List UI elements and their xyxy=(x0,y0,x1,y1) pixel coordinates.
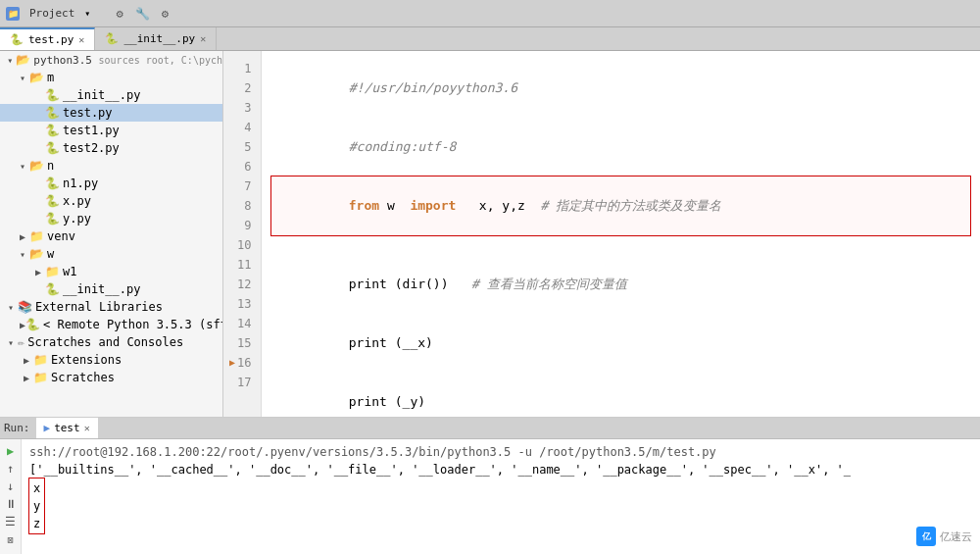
root-folder-icon: 📂 xyxy=(16,53,30,67)
config-icon[interactable]: ⚙ xyxy=(162,7,169,21)
tools-icon[interactable]: 🔧 xyxy=(135,7,150,21)
folder-ext-icon: 📁 xyxy=(33,353,48,367)
arrow-init-m xyxy=(31,90,45,101)
py-file-icon-n1: 🐍 xyxy=(45,176,60,190)
arrow-ext: ▾ xyxy=(4,302,18,313)
tab-init-py[interactable]: 🐍 __init__.py ✕ xyxy=(95,27,217,50)
main-content: ▾ 📂 python3.5 sources root, C:\pych ▾ 📂 … xyxy=(0,51,980,417)
remote-python-label: < Remote Python 3.5.3 (sftp:// xyxy=(43,318,223,331)
run-pause-button[interactable]: ⏸ xyxy=(3,496,19,512)
file-test2-label: test2.py xyxy=(63,141,120,155)
tree-remote-python[interactable]: ▶ 🐍 < Remote Python 3.5.3 (sftp:// xyxy=(0,316,222,333)
run-tab-label: test xyxy=(54,422,80,434)
folder-venv-icon: 📁 xyxy=(29,229,44,243)
file-init-m-label: __init__.py xyxy=(63,88,140,102)
folder-w1-label: w1 xyxy=(63,265,76,278)
run-down-button[interactable]: ↓ xyxy=(3,478,19,494)
tab-close-init-py[interactable]: ✕ xyxy=(200,33,206,44)
arrow-y xyxy=(31,214,45,225)
scratches-consoles-label: Scratches and Consoles xyxy=(27,335,183,349)
code-line-2: #conding:utf-8 xyxy=(271,118,970,176)
tree-scratches[interactable]: ▶ 📁 Scratches xyxy=(0,369,222,386)
file-y-label: y.py xyxy=(63,212,91,226)
folder-m-label: m xyxy=(47,71,54,84)
tree-test-py[interactable]: 🐍 test.py xyxy=(0,104,222,122)
run-output-y: y xyxy=(33,497,40,515)
py-icon-2: 🐍 xyxy=(105,32,119,45)
tree-folder-n[interactable]: ▾ 📂 n xyxy=(0,157,222,175)
folder-n-icon: 📂 xyxy=(29,159,44,173)
scratch-icon: ✏ xyxy=(18,335,24,349)
scratches-label: Scratches xyxy=(51,371,115,384)
chevron-down-icon[interactable]: ▾ xyxy=(84,8,90,19)
line-numbers: 1 2 3 4 5 6 7 8 9 10 11 12 13 14 15 ▶16 … xyxy=(223,51,262,417)
run-play-button[interactable]: ▶ xyxy=(3,443,19,459)
settings-icon[interactable]: ⚙ xyxy=(116,7,122,21)
tree-extensions[interactable]: ▶ 📁 Extensions xyxy=(0,351,222,369)
project-icon: 📁 xyxy=(6,7,20,21)
folder-w-icon: 📂 xyxy=(29,247,44,261)
run-list-button[interactable]: ☰ xyxy=(3,514,19,529)
arrow-w: ▾ xyxy=(16,249,29,260)
code-line-4 xyxy=(271,235,970,255)
tree-n1-py[interactable]: 🐍 n1.py xyxy=(0,175,222,192)
run-tab-test[interactable]: ▶ test ✕ xyxy=(36,418,98,438)
lib-icon: 📚 xyxy=(18,300,32,314)
arrow-venv: ▶ xyxy=(16,231,29,242)
file-test1-label: test1.py xyxy=(63,124,120,137)
py-file-icon-init-w: 🐍 xyxy=(45,282,60,296)
tree-folder-w1[interactable]: ▶ 📁 w1 xyxy=(0,263,222,280)
arrow-scratches-sub: ▶ xyxy=(20,373,33,383)
arrow-init-w xyxy=(31,284,45,295)
py-file-icon-x: 🐍 xyxy=(45,194,60,208)
run-tabs-bar: Run: ▶ test ✕ xyxy=(0,418,980,439)
file-init-w-label: __init__.py xyxy=(63,282,140,296)
editor-area: 1 2 3 4 5 6 7 8 9 10 11 12 13 14 15 ▶16 … xyxy=(223,51,980,417)
project-label[interactable]: Project xyxy=(25,5,78,22)
tree-init-py-w[interactable]: 🐍 __init__.py xyxy=(0,280,222,298)
tab-close-test-py[interactable]: ✕ xyxy=(78,34,84,45)
py-file-icon-init-m: 🐍 xyxy=(45,88,60,102)
tree-y-py[interactable]: 🐍 y.py xyxy=(0,210,222,227)
tree-root[interactable]: ▾ 📂 python3.5 sources root, C:\pych xyxy=(0,51,222,69)
folder-w-label: w xyxy=(47,247,54,261)
folder-w1-icon: 📁 xyxy=(45,265,60,278)
watermark-label: 亿速云 xyxy=(940,529,972,544)
watermark: 亿 亿速云 xyxy=(916,527,972,546)
code-line-3: from w import x, y,z # 指定其中的方法或类及变量名 xyxy=(271,176,970,235)
tab-label-test-py: test.py xyxy=(28,33,74,46)
run-toolbar: ▶ ↑ ↓ ⏸ ☰ ⊠ xyxy=(0,439,22,554)
file-n1-label: n1.py xyxy=(63,176,98,190)
tree-folder-w[interactable]: ▾ 📂 w xyxy=(0,245,222,263)
run-up-button[interactable]: ↑ xyxy=(3,461,19,477)
run-content: ▶ ↑ ↓ ⏸ ☰ ⊠ ssh://root@192.168.1.200:22/… xyxy=(0,439,980,554)
extensions-label: Extensions xyxy=(51,353,122,367)
folder-scratches-icon: 📁 xyxy=(33,371,48,384)
run-output-builtins: ['__builtins__', '__cached__', '__doc__'… xyxy=(29,461,972,478)
py-file-icon-test1: 🐍 xyxy=(45,124,60,137)
tree-test2-py[interactable]: 🐍 test2.py xyxy=(0,139,222,157)
tree-folder-m[interactable]: ▾ 📂 m xyxy=(0,69,222,86)
run-output-z: z xyxy=(33,515,40,532)
tabs-bar: 🐍 test.py ✕ 🐍 __init__.py ✕ xyxy=(0,27,980,51)
tree-init-py-m[interactable]: 🐍 __init__.py xyxy=(0,86,222,104)
code-content[interactable]: #!/usr/bin/poyython3.6 #conding:utf-8 fr… xyxy=(262,51,980,417)
folder-n-label: n xyxy=(47,159,54,173)
tree-test1-py[interactable]: 🐍 test1.py xyxy=(0,122,222,139)
sidebar: ▾ 📂 python3.5 sources root, C:\pych ▾ 📂 … xyxy=(0,51,223,417)
run-output-highlighted: x y z xyxy=(29,478,44,533)
code-editor[interactable]: 1 2 3 4 5 6 7 8 9 10 11 12 13 14 15 ▶16 … xyxy=(223,51,980,417)
tree-external-libs[interactable]: ▾ 📚 External Libraries xyxy=(0,298,222,316)
run-output[interactable]: ssh://root@192.168.1.200:22/root/.pyenv/… xyxy=(22,439,980,554)
tree-folder-venv[interactable]: ▶ 📁 venv xyxy=(0,227,222,245)
tree-scratches-consoles[interactable]: ▾ ✏ Scratches and Consoles xyxy=(0,333,222,351)
run-special-button[interactable]: ⊠ xyxy=(3,531,19,547)
tab-label-init-py: __init__.py xyxy=(123,32,195,45)
folder-m-icon: 📂 xyxy=(29,71,44,84)
external-libs-label: External Libraries xyxy=(35,300,163,314)
tree-x-py[interactable]: 🐍 x.py xyxy=(0,192,222,210)
run-output-x: x xyxy=(33,479,40,497)
tab-test-py[interactable]: 🐍 test.py ✕ xyxy=(0,27,95,50)
run-tab-close[interactable]: ✕ xyxy=(84,423,90,433)
arrow-w1: ▶ xyxy=(31,267,45,277)
